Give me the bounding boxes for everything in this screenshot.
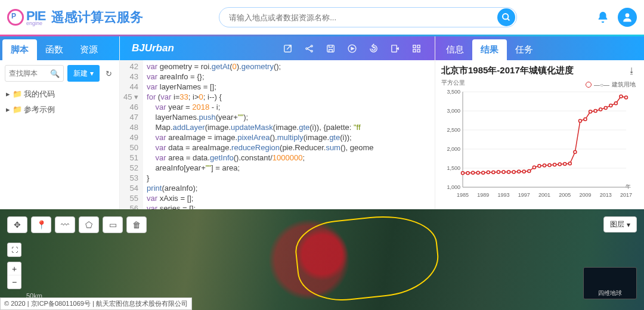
- layer-button[interactable]: 图层 ▾: [603, 216, 637, 232]
- editor-title: BJUrban: [132, 42, 273, 54]
- chart-title: 北京市1985年-2017年城镇化进度: [441, 65, 638, 76]
- zoom-out-button[interactable]: −: [8, 275, 21, 289]
- reset-icon[interactable]: [367, 42, 380, 55]
- svg-point-48: [512, 170, 515, 173]
- zoom-in-button[interactable]: +: [8, 262, 21, 275]
- share-icon[interactable]: [302, 42, 315, 55]
- search-button[interactable]: [497, 8, 515, 26]
- svg-point-43: [487, 171, 490, 174]
- svg-text:2,500: 2,500: [447, 127, 460, 133]
- svg-text:2013: 2013: [600, 192, 612, 198]
- svg-text:2001: 2001: [538, 192, 550, 198]
- svg-text:1993: 1993: [497, 192, 509, 198]
- open-external-icon[interactable]: [281, 42, 294, 55]
- svg-point-66: [604, 106, 607, 109]
- refresh-icon[interactable]: ↻: [103, 67, 114, 80]
- script-search[interactable]: 🔍: [5, 65, 64, 82]
- svg-point-51: [528, 170, 531, 173]
- svg-text:2005: 2005: [559, 192, 571, 198]
- svg-point-46: [502, 170, 505, 173]
- svg-point-61: [578, 119, 581, 122]
- user-avatar[interactable]: [618, 8, 637, 27]
- svg-point-56: [553, 163, 556, 166]
- svg-rect-13: [417, 49, 419, 51]
- trash-icon[interactable]: 🗑: [126, 216, 147, 233]
- svg-point-65: [599, 108, 602, 111]
- editor-panel: BJUrban 42434445 ▾4647484950515253545556…: [119, 36, 435, 209]
- left-tabs: 脚本函数资源: [0, 36, 119, 60]
- tree-item[interactable]: ▸ 📁 我的代码: [5, 86, 114, 102]
- fullscreen-icon[interactable]: ⛶: [7, 243, 21, 257]
- svg-text:1997: 1997: [518, 192, 530, 198]
- right-tabs: 信息结果任务: [435, 36, 644, 60]
- svg-point-47: [507, 170, 510, 173]
- new-button[interactable]: 新建 ▾: [67, 65, 100, 82]
- left-panel: 脚本函数资源 🔍 新建 ▾ ↻ ▸ 📁 我的代码▸ 📁 参考示例: [0, 36, 119, 209]
- svg-point-63: [589, 110, 592, 113]
- editor-toolbar: BJUrban: [120, 36, 435, 60]
- apps-icon[interactable]: [410, 42, 423, 55]
- marker-icon[interactable]: 📍: [31, 216, 51, 233]
- svg-text:年: 年: [626, 184, 631, 190]
- global-search[interactable]: [219, 7, 517, 27]
- search-input[interactable]: [229, 13, 497, 22]
- svg-point-45: [497, 170, 500, 173]
- polyline-icon[interactable]: 〰: [55, 216, 75, 233]
- svg-point-62: [584, 118, 587, 121]
- bell-icon[interactable]: [593, 7, 613, 27]
- svg-point-52: [532, 166, 535, 169]
- polygon-icon[interactable]: ⬠: [79, 216, 99, 233]
- svg-point-44: [492, 171, 495, 174]
- region-outline: [292, 210, 441, 305]
- svg-point-57: [558, 163, 561, 166]
- svg-rect-11: [417, 45, 419, 47]
- app-title: 遥感计算云服务: [51, 8, 143, 26]
- svg-point-67: [609, 104, 612, 107]
- svg-point-68: [614, 102, 617, 105]
- code-editor[interactable]: 42434445 ▾4647484950515253545556 var geo…: [120, 60, 435, 209]
- svg-point-41: [476, 171, 479, 174]
- import-icon[interactable]: [388, 42, 401, 55]
- svg-point-55: [548, 163, 551, 166]
- chart-svg: 1,0001,5002,0002,5003,0003,5001985198919…: [441, 87, 633, 200]
- svg-point-54: [543, 164, 546, 167]
- download-icon[interactable]: ⭳: [628, 66, 636, 75]
- tree-item[interactable]: ▸ 📁 参考示例: [5, 102, 114, 117]
- svg-point-5: [311, 45, 312, 46]
- right-panel: 信息结果任务 北京市1985年-2017年城镇化进度 ⭳ 平方公里 —○—建筑用…: [435, 36, 644, 209]
- script-search-input[interactable]: [9, 69, 50, 78]
- pan-icon[interactable]: ✥: [7, 216, 27, 233]
- save-icon[interactable]: [324, 42, 337, 55]
- zoom-control: + −: [7, 262, 21, 289]
- svg-point-38: [462, 172, 465, 175]
- svg-line-1: [507, 18, 509, 20]
- right-tab-1[interactable]: 结果: [472, 39, 507, 60]
- svg-rect-7: [327, 45, 333, 51]
- svg-point-69: [620, 95, 623, 98]
- logo: PIE engine: [7, 8, 45, 26]
- svg-rect-12: [413, 49, 415, 51]
- app-header: PIE engine 遥感计算云服务: [0, 0, 644, 35]
- logo-icon: [7, 9, 24, 26]
- run-icon[interactable]: [345, 42, 358, 55]
- svg-rect-10: [413, 45, 415, 47]
- svg-point-0: [503, 14, 508, 19]
- svg-text:2,000: 2,000: [447, 146, 460, 152]
- basemap-inset[interactable]: 四维地球: [583, 267, 637, 299]
- right-tab-0[interactable]: 信息: [438, 39, 472, 60]
- right-tab-2[interactable]: 任务: [507, 39, 541, 60]
- svg-point-60: [574, 151, 577, 154]
- svg-text:3,000: 3,000: [447, 108, 460, 114]
- chart-legend: —○—建筑用地: [586, 80, 636, 89]
- svg-point-64: [594, 110, 597, 113]
- svg-point-53: [538, 165, 541, 168]
- map-view[interactable]: ✥ 📍 〰 ⬠ ▭ 🗑 图层 ▾ ⛶ + − 50km 四维地球 © 2020 …: [0, 209, 644, 310]
- left-tab-0[interactable]: 脚本: [2, 39, 37, 60]
- svg-point-49: [518, 170, 521, 173]
- svg-point-4: [305, 48, 307, 49]
- left-tab-2[interactable]: 资源: [72, 39, 106, 60]
- search-icon: 🔍: [50, 69, 60, 78]
- rectangle-icon[interactable]: ▭: [103, 216, 123, 233]
- left-tab-1[interactable]: 函数: [37, 39, 72, 60]
- copyright-footer: © 2020 | 京ICP备08011069号 | 航天宏图信息技术股份有限公司: [0, 297, 192, 310]
